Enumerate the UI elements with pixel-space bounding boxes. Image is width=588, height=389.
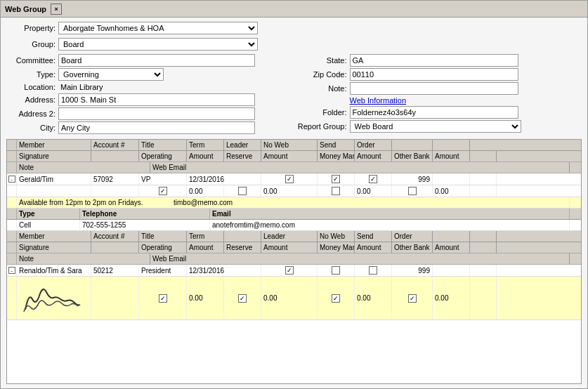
web-info-link[interactable]: Web Information [350,96,407,105]
member-row-1-phone-header: Type Telephone Email [7,209,581,220]
m1-money-amount: 0.00 [355,185,392,197]
type-label: Type: [6,70,55,79]
col-e1-2 [433,231,470,242]
m1-leader[interactable] [261,173,318,185]
sub-amt2b: Amount [261,242,318,253]
state-label: State: [298,56,347,65]
m2-e2 [470,265,497,276]
col-send: Send [318,140,355,150]
m2-other-check[interactable] [392,277,433,319]
m1-res-check[interactable] [224,185,261,197]
member-row-1-phone-data: Cell 702-555-1255 anotefromtim@memo.com [7,220,581,231]
col-order2: Order [392,231,433,242]
member-row-1: - Gerald/Tim 57092 VP 12/31/2016 999 [7,173,581,185]
zip-input[interactable] [350,68,518,81]
table-note-header: Note Web Email [7,162,581,173]
report-group-dropdown[interactable]: Web Board [350,120,521,133]
type-dropdown[interactable]: Governing [58,68,164,81]
m1-money-check[interactable] [318,185,355,197]
phone-email-header: Email [210,209,570,219]
folder-input[interactable] [350,106,518,119]
m2-leader[interactable] [261,265,318,276]
col-title: Title [139,140,187,150]
note-label: Note: [298,84,347,93]
sub-operating: Operating [139,151,187,161]
m1-order: 999 [392,173,433,185]
m1-title: VP [139,173,187,185]
m2-term: 12/31/2016 [187,265,261,276]
web-email-col-header2: Web Email [150,253,570,264]
m2-res-amount: 0.00 [261,277,318,319]
sub-amount: Amount [187,151,224,161]
property-label: Property: [6,24,55,32]
m1-empty1 [433,173,470,185]
m2-money-amount: 0.00 [355,277,392,319]
two-col-form: Committee: Type: Governing Location: Mai… [6,54,582,136]
state-row: State: [298,54,582,67]
col-empty-h [224,231,261,242]
group-dropdown[interactable]: Board [58,38,258,51]
sub-money-mark: Money Mark... [318,151,355,161]
m2-op-check[interactable] [139,277,187,319]
property-dropdown[interactable]: Aborgate Townhomes & HOA [58,22,258,34]
folder-row: Folder: [298,106,582,119]
m2-order: 999 [392,265,433,276]
member-row-2-sig: 0.00 0.00 0.00 0.00 [7,277,581,320]
m2-acc-sig [91,277,139,319]
col-term: Term [187,140,224,150]
property-row: Property: Aborgate Townhomes & HOA [6,22,582,34]
m1-res-amount: 0.00 [261,185,318,197]
title-bar: Web Group × [1,1,587,18]
m2-account: 50212 [91,265,139,276]
sub-amt4b: Amount [433,242,470,253]
state-input[interactable] [350,54,518,67]
sub-money2: Money Mark... [318,242,355,253]
col-account2: Account # [91,231,139,242]
committee-input[interactable] [58,54,255,67]
expand-btn-1[interactable]: - [7,173,17,185]
m2-noweb[interactable] [318,265,355,276]
m1-phone-number: 702-555-1255 [80,220,210,230]
m1-noweb[interactable] [318,173,355,185]
sub-empty-2 [91,242,139,253]
col-empty1 [392,140,433,150]
m1-empty-acc [91,185,139,197]
col-member2: Member [17,231,91,242]
web-email-col-header: Web Email [150,162,570,173]
m1-sig [17,185,91,197]
committee-label: Committee: [6,56,55,65]
col-title2: Title [139,231,187,242]
note-col-header: Note [17,162,150,173]
sub-amount2: Amount [261,151,318,161]
note-input[interactable] [350,82,518,95]
folder-label: Folder: [298,108,347,117]
sub-res2: Reserve [224,242,261,253]
expand-btn-2[interactable]: - [7,265,17,276]
m1-op-amount: 0.00 [187,185,224,197]
table-subheader-row: Signature Operating Amount Reserve Amoun… [7,151,581,162]
m1-phone-email: anotefromtim@memo.com [210,220,570,230]
m1-note: Available from 12pm to 2pm on Fridays. [17,197,171,208]
m1-other-check[interactable] [392,185,433,197]
sub-empty2 [470,151,497,161]
close-button[interactable]: × [51,4,62,15]
m1-web-email: timbo@memo.com [171,197,570,208]
table-note-header2: Note Web Email [7,253,581,265]
m2-op-amount: 0.00 [187,277,224,319]
m2-res-check[interactable] [224,277,261,319]
city-input[interactable] [58,121,255,134]
address2-input[interactable] [58,107,255,120]
m2-send[interactable] [355,265,392,276]
web-info-row: Web Information [298,96,582,105]
group-row: Group: Board [6,38,582,51]
m1-op-check[interactable] [139,185,187,197]
window-title: Web Group [5,5,46,13]
m2-money-check[interactable] [318,277,355,319]
address-row: Address: [6,93,291,106]
address-input[interactable] [58,93,255,106]
sub-op2: Operating [139,242,187,253]
table-header-row1: Member Account # Title Term Leader No We… [7,140,581,151]
m1-send[interactable] [355,173,392,185]
sub-signature: Signature [17,151,91,161]
col-leader: Leader [224,140,261,150]
